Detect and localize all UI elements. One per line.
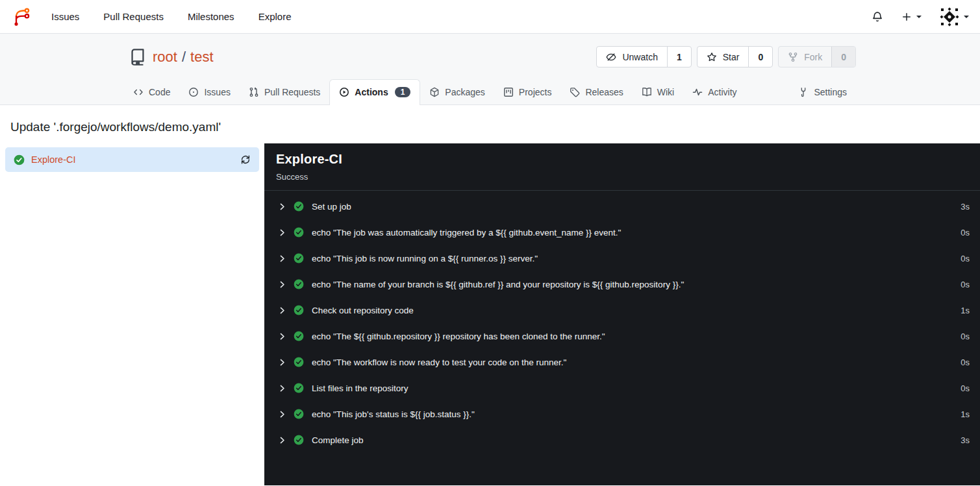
git-pull-request-icon <box>249 87 259 97</box>
chevron-down-icon <box>964 16 969 21</box>
top-navbar: Issues Pull Requests Milestones Explore <box>0 0 980 34</box>
tab-wiki[interactable]: Wiki <box>633 80 683 104</box>
chevron-right-icon[interactable] <box>278 332 286 341</box>
repo-owner-link[interactable]: root <box>153 49 177 66</box>
success-check-icon <box>14 154 25 165</box>
tab-label: Releases <box>585 87 623 97</box>
step-name: Check out repository code <box>312 306 414 315</box>
step-name: List files in the repository <box>312 383 408 393</box>
project-board-icon <box>503 87 514 97</box>
step-name: echo "This job is now running on a ${{ r… <box>312 254 538 263</box>
tab-label: Activity <box>708 87 736 97</box>
step-duration: 3s <box>961 435 970 445</box>
chevron-right-icon[interactable] <box>278 410 286 419</box>
fork-button[interactable]: Fork <box>779 47 831 67</box>
step-duration: 0s <box>961 228 970 237</box>
repo-action-buttons: Unwatch 1 Star 0 <box>596 46 856 67</box>
stars-count[interactable]: 0 <box>748 47 772 67</box>
star-icon <box>707 52 717 62</box>
job-item-explore-ci[interactable]: Explore-CI <box>5 147 259 172</box>
step-duration: 1s <box>961 306 970 315</box>
unwatch-button[interactable]: Unwatch <box>597 47 666 67</box>
tab-issues[interactable]: Issues <box>179 80 239 104</box>
workflow-step-row[interactable]: Set up job 3s <box>264 193 980 219</box>
workflow-step-row[interactable]: Complete job 3s <box>264 427 980 453</box>
workflow-step-row[interactable]: Check out repository code 1s <box>264 297 980 323</box>
step-success-icon <box>294 331 304 341</box>
tab-actions[interactable]: Actions 1 <box>329 79 420 105</box>
nav-link-issues[interactable]: Issues <box>51 11 79 22</box>
repo-name-link[interactable]: test <box>190 49 213 66</box>
user-avatar <box>940 7 959 27</box>
tab-releases[interactable]: Releases <box>560 80 632 104</box>
nav-link-pull-requests[interactable]: Pull Requests <box>103 11 164 22</box>
eye-slash-icon <box>606 52 616 62</box>
git-fork-icon <box>788 52 798 62</box>
workflow-step-row[interactable]: echo "This job is now running on a ${{ r… <box>264 245 980 271</box>
tab-activity[interactable]: Activity <box>683 80 746 104</box>
breadcrumb-separator: / <box>182 49 186 66</box>
tag-icon <box>570 87 580 97</box>
tab-label: Issues <box>204 87 230 97</box>
tab-pull-requests[interactable]: Pull Requests <box>240 80 329 104</box>
step-duration: 0s <box>961 254 970 263</box>
refresh-icon[interactable] <box>240 154 251 165</box>
star-button-group: Star 0 <box>697 46 773 67</box>
chevron-right-icon[interactable] <box>278 384 286 393</box>
tool-icon <box>798 87 809 97</box>
workflow-step-row[interactable]: echo "This job's status is ${{ job.statu… <box>264 401 980 427</box>
nav-link-explore[interactable]: Explore <box>258 11 292 22</box>
forgejo-logo-icon[interactable] <box>11 6 32 27</box>
pulse-icon <box>692 87 703 97</box>
workflow-step-row[interactable]: List files in the repository 0s <box>264 375 980 401</box>
create-new-button[interactable] <box>901 12 922 22</box>
repo-header: root / test Unwatch 1 <box>0 34 980 105</box>
tab-label: Code <box>149 87 170 97</box>
step-duration: 0s <box>961 358 970 367</box>
nav-link-milestones[interactable]: Milestones <box>188 11 234 22</box>
tab-label: Pull Requests <box>264 87 320 97</box>
package-icon <box>429 87 440 97</box>
job-log-panel: Explore-CI Success Set up job 3s <box>264 143 980 485</box>
chevron-right-icon[interactable] <box>278 228 286 237</box>
step-name: echo "This job's status is ${{ job.statu… <box>312 409 475 419</box>
chevron-right-icon[interactable] <box>278 202 286 211</box>
step-name: echo "The ${{ github.repository }} repos… <box>312 332 605 341</box>
star-label: Star <box>723 52 740 62</box>
forks-count[interactable]: 0 <box>831 47 855 67</box>
workflow-step-row[interactable]: echo "The name of your branch is ${{ git… <box>264 271 980 297</box>
step-name: Set up job <box>312 202 351 212</box>
fork-label: Fork <box>804 52 822 62</box>
book-icon <box>642 87 652 97</box>
tab-projects[interactable]: Projects <box>494 80 561 104</box>
job-panel-header: Explore-CI Success <box>264 143 980 191</box>
step-duration: 0s <box>961 383 970 393</box>
step-success-icon <box>294 383 304 393</box>
star-button[interactable]: Star <box>697 47 749 67</box>
watchers-count[interactable]: 1 <box>667 47 691 67</box>
chevron-right-icon[interactable] <box>278 358 286 367</box>
repo-breadcrumb: root / test <box>153 49 214 66</box>
tab-label: Actions <box>355 87 388 97</box>
step-success-icon <box>294 409 304 419</box>
workflow-steps-list: Set up job 3s echo "The job was automati… <box>264 191 980 453</box>
workflow-step-row[interactable]: echo "The ${{ github.repository }} repos… <box>264 323 980 349</box>
chevron-right-icon[interactable] <box>278 280 286 289</box>
chevron-right-icon[interactable] <box>278 254 286 263</box>
notifications-bell-icon[interactable] <box>872 11 883 23</box>
workflow-step-row[interactable]: echo "The job was automatically triggere… <box>264 219 980 245</box>
step-duration: 3s <box>961 202 970 212</box>
workflow-run-view: Explore-CI Explore-CI Success <box>0 143 980 485</box>
chevron-right-icon[interactable] <box>278 436 286 444</box>
watch-button-group: Unwatch 1 <box>596 46 691 67</box>
code-icon <box>133 87 144 97</box>
step-success-icon <box>294 201 304 212</box>
repo-tab-bar: Code Issues Pull Requests Actions 1 Pack… <box>124 78 856 104</box>
user-menu[interactable] <box>940 7 969 27</box>
tab-code[interactable]: Code <box>124 80 179 104</box>
tab-packages[interactable]: Packages <box>420 80 494 104</box>
workflow-run-title: Update '.forgejo/workflows/demo.yaml' <box>0 105 980 143</box>
tab-settings[interactable]: Settings <box>789 80 856 104</box>
chevron-right-icon[interactable] <box>278 306 286 315</box>
workflow-step-row[interactable]: echo "The workflow is now ready to test … <box>264 349 980 375</box>
